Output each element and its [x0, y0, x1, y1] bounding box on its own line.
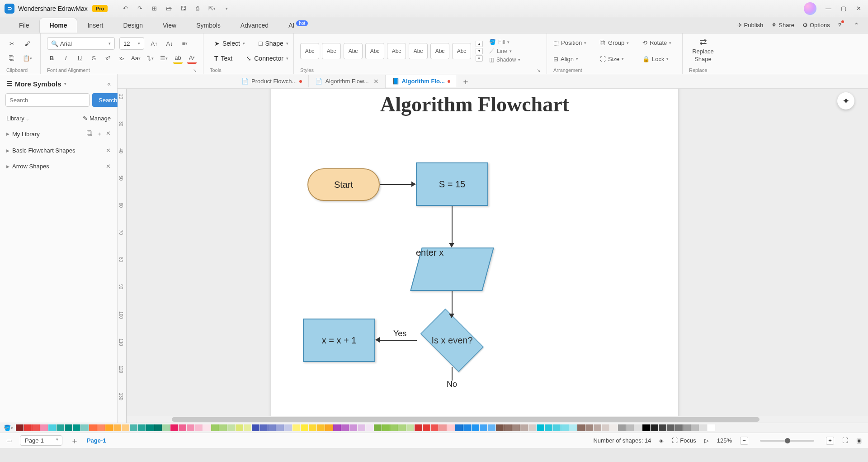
select-tool[interactable]: ➤Select▾ [210, 37, 250, 50]
lib-close-icon[interactable]: ✕ [106, 130, 111, 138]
format-painter-icon[interactable]: 🖌 [22, 38, 33, 49]
color-swatch[interactable] [382, 424, 390, 431]
color-swatch[interactable] [537, 424, 544, 431]
tab-file[interactable]: File [9, 18, 39, 33]
print-icon[interactable]: ⎙ [193, 5, 202, 13]
line-dropdown[interactable]: ／Line▾ [489, 47, 520, 55]
edge-decision-yes[interactable] [380, 340, 417, 341]
doc-tab-3[interactable]: 📘Algorithm Flo... [386, 75, 457, 87]
case-icon[interactable]: Aa▾ [131, 53, 141, 64]
lib-close-icon[interactable]: ✕ [106, 163, 111, 170]
color-swatch[interactable] [553, 424, 561, 431]
color-swatch[interactable] [236, 424, 243, 431]
color-swatch[interactable] [561, 424, 569, 431]
font-family-select[interactable]: 🔍Arial▾ [47, 37, 115, 50]
color-swatch[interactable] [203, 424, 211, 431]
style-swatch-1[interactable]: Abc [300, 43, 319, 59]
style-swatch-3[interactable]: Abc [344, 43, 363, 59]
symbol-search-input[interactable] [5, 93, 90, 107]
edge-decision-no[interactable] [452, 367, 453, 381]
user-avatar[interactable] [804, 2, 816, 15]
color-swatch[interactable] [268, 424, 276, 431]
color-swatch[interactable] [659, 424, 666, 431]
edge-start-to-init[interactable] [380, 184, 411, 185]
doc-tab-2[interactable]: 📄Algorithm Flow...✕ [309, 75, 385, 88]
color-swatch[interactable] [683, 424, 691, 431]
color-swatch[interactable] [447, 424, 455, 431]
manage-library-button[interactable]: ✎Manage [83, 115, 111, 122]
sidebar-title[interactable]: ☰More Symbols▾ [6, 80, 66, 88]
lock-button[interactable]: 🔒Lock▾ [642, 52, 676, 66]
bullets-icon[interactable]: ☰▾ [159, 53, 169, 64]
color-swatch[interactable] [472, 424, 479, 431]
copy-icon[interactable]: ⿻ [6, 53, 17, 64]
color-swatch[interactable] [284, 424, 292, 431]
shape-decision[interactable]: Is x even? [416, 311, 488, 370]
page-paper[interactable]: Algorithm Flowchart Start S = 15 enter x… [271, 84, 678, 419]
tab-home[interactable]: Home [39, 18, 78, 33]
subscript-icon[interactable]: x₂ [117, 53, 127, 64]
play-icon[interactable]: ▷ [704, 437, 709, 444]
connector-tool[interactable]: ⤡Connector▾ [241, 52, 293, 65]
shape-input-io[interactable]: enter x [416, 248, 443, 258]
highlight-icon[interactable]: ab [173, 53, 183, 64]
cut-icon[interactable]: ✂ [6, 38, 17, 49]
rotate-button[interactable]: ⟲Rotate▾ [642, 36, 676, 50]
color-swatch[interactable] [415, 424, 422, 431]
color-swatch[interactable] [154, 424, 162, 431]
color-swatch[interactable] [374, 424, 382, 431]
fill-dropdown[interactable]: 🪣Fill▾ [489, 39, 520, 45]
tab-insert[interactable]: Insert [77, 18, 113, 33]
color-swatch[interactable] [642, 424, 650, 431]
color-swatch[interactable] [333, 424, 341, 431]
color-swatch[interactable] [260, 424, 268, 431]
align-button[interactable]: ⊟Align▾ [553, 52, 591, 66]
color-swatch[interactable] [40, 424, 48, 431]
shape-init-process[interactable]: S = 15 [416, 162, 488, 206]
color-swatch[interactable] [57, 424, 64, 431]
layers-icon[interactable]: ◈ [659, 437, 664, 444]
strikethrough-icon[interactable]: S [89, 53, 99, 64]
color-swatch[interactable] [634, 424, 642, 431]
color-swatch[interactable] [252, 424, 259, 431]
redo-icon[interactable]: ↷ [136, 5, 144, 13]
color-swatch[interactable] [276, 424, 284, 431]
color-swatch[interactable] [146, 424, 154, 431]
color-swatch[interactable] [463, 424, 471, 431]
color-swatch[interactable] [73, 424, 80, 431]
color-swatch[interactable] [97, 424, 105, 431]
color-swatch[interactable] [675, 424, 683, 431]
paste-icon[interactable]: 📋▾ [22, 53, 33, 64]
fill-bucket-icon[interactable]: 🪣▾ [4, 424, 13, 432]
color-swatch[interactable] [651, 424, 658, 431]
color-swatch[interactable] [496, 424, 504, 431]
color-swatch[interactable] [122, 424, 129, 431]
color-swatch[interactable] [488, 424, 495, 431]
export-icon[interactable]: ⇱▾ [208, 5, 216, 13]
scrollbar-thumb[interactable] [172, 417, 760, 422]
horizontal-scrollbar[interactable] [127, 416, 868, 423]
fit-page-icon[interactable]: ⛶ [842, 437, 848, 444]
shadow-dropdown[interactable]: ◫Shadow▾ [489, 57, 520, 63]
color-swatch[interactable] [244, 424, 251, 431]
style-swatch-7[interactable]: Abc [430, 43, 449, 59]
decrease-font-icon[interactable]: A↓ [164, 38, 175, 49]
color-swatch[interactable] [113, 424, 121, 431]
options-button[interactable]: ⚙Options [802, 22, 830, 29]
font-dialog-launcher-icon[interactable]: ↘ [193, 68, 197, 73]
lib-add-icon[interactable]: ＋ [96, 130, 102, 138]
color-swatch[interactable] [480, 424, 487, 431]
tab-design[interactable]: Design [113, 18, 153, 33]
color-swatch[interactable] [292, 424, 300, 431]
color-swatch[interactable] [187, 424, 194, 431]
help-button[interactable]: ? [838, 22, 846, 29]
canvas-area[interactable]: -50-40-30-20-100102030405060708090100110… [118, 74, 868, 423]
align-icon[interactable]: ≡▾ [179, 38, 190, 49]
edge-init-to-input[interactable] [452, 206, 453, 243]
open-icon[interactable]: 🗁 [165, 5, 173, 13]
color-swatch[interactable] [195, 424, 203, 431]
focus-button[interactable]: ⛶Focus [672, 437, 696, 444]
color-swatch[interactable] [24, 424, 32, 431]
position-button[interactable]: ⬚Position▾ [553, 36, 591, 50]
library-item-arrow-shapes[interactable]: ▶Arrow Shapes ✕ [0, 158, 117, 174]
